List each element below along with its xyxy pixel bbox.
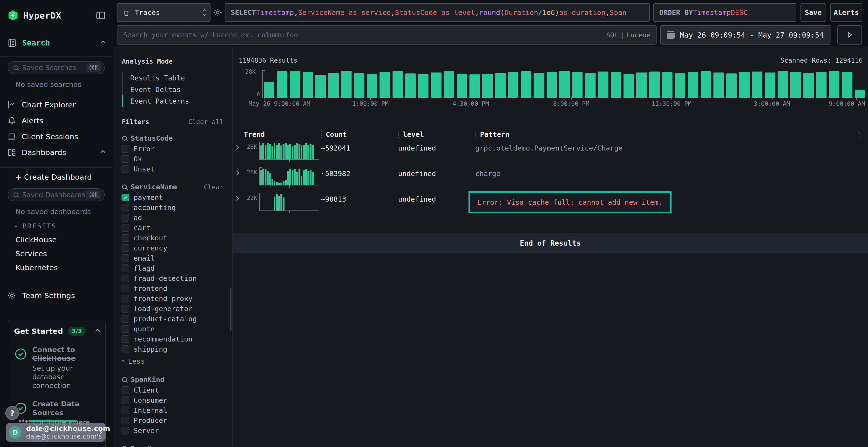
sidebar-item-search[interactable]: Search xyxy=(0,36,113,49)
filter-option-frontend[interactable]: frontend xyxy=(113,283,232,294)
clear-group-button[interactable]: Clear xyxy=(204,183,223,191)
expand-row-icon[interactable] xyxy=(235,193,244,201)
filter-option-Internal[interactable]: Internal xyxy=(113,405,232,415)
checkbox[interactable] xyxy=(122,155,129,163)
sql-select-input[interactable]: SELECT Timestamp, ServiceName as service… xyxy=(225,3,650,22)
checkbox[interactable] xyxy=(122,386,129,394)
checkbox[interactable] xyxy=(122,224,129,232)
column-drag-handle[interactable] xyxy=(475,131,476,138)
sql-orderby-input[interactable]: ORDER BY Timestamp DESC xyxy=(653,3,796,22)
checkbox[interactable] xyxy=(122,214,129,221)
checkbox[interactable]: ✓ xyxy=(122,194,129,201)
clear-all-button[interactable]: Clear all xyxy=(188,118,223,126)
filter-option-Error[interactable]: Error xyxy=(113,144,232,154)
checkbox[interactable] xyxy=(122,397,129,404)
sidebar-item-chart-explorer[interactable]: Chart Explorer xyxy=(0,97,113,113)
source-select[interactable]: Traces xyxy=(117,3,211,22)
checkbox[interactable] xyxy=(122,275,129,282)
checkbox[interactable] xyxy=(122,204,129,211)
search-icon[interactable] xyxy=(122,184,127,189)
checkbox[interactable] xyxy=(122,325,129,333)
sidebar-item-alerts[interactable]: Alerts xyxy=(0,113,113,129)
filter-option-quote[interactable]: quote xyxy=(113,324,232,334)
filter-option-ad[interactable]: ad xyxy=(113,213,232,223)
show-less-button[interactable]: Less xyxy=(113,356,232,367)
filter-option-frontend-proxy[interactable]: frontend-proxy xyxy=(113,294,232,304)
sql-toggle[interactable]: SQL xyxy=(606,31,618,39)
checkbox[interactable] xyxy=(122,165,129,173)
checkbox[interactable] xyxy=(122,315,129,323)
checkbox[interactable] xyxy=(122,285,129,293)
expand-row-icon[interactable] xyxy=(235,142,244,150)
checkbox[interactable] xyxy=(122,305,129,313)
search-input[interactable]: Search your events w/ Lucene ex. column:… xyxy=(117,25,656,44)
column-header-level[interactable]: level xyxy=(398,130,475,138)
filter-option-Producer[interactable]: Producer xyxy=(113,415,232,425)
alerts-button[interactable]: Alerts xyxy=(830,3,862,22)
preset-item-kubernetes[interactable]: Kubernetes xyxy=(0,261,113,275)
checkbox[interactable] xyxy=(122,427,129,435)
filter-option-recommendation[interactable]: recommendation xyxy=(113,334,232,344)
filter-option-email[interactable]: email xyxy=(113,253,232,263)
chevron-up-icon[interactable] xyxy=(100,150,105,155)
run-query-button[interactable] xyxy=(837,25,862,44)
column-drag-handle[interactable] xyxy=(398,131,399,138)
pattern-row[interactable]: 28K~592041undefinedgrpc.oteldemo.Payment… xyxy=(233,142,868,166)
filter-option-flagd[interactable]: flagd xyxy=(113,263,232,273)
checkbox[interactable] xyxy=(122,234,129,242)
filter-option-payment[interactable]: ✓payment xyxy=(113,193,232,203)
filter-option-Ok[interactable]: Ok xyxy=(113,154,232,164)
date-range-picker[interactable]: May 26 09:09:54 - May 27 09:09:54 xyxy=(660,25,831,44)
scrollbar-thumb[interactable] xyxy=(230,288,231,331)
preset-item-clickhouse[interactable]: ClickHouse xyxy=(0,233,113,247)
user-menu[interactable]: D dale@clickhouse.com dale@clickhouse.co… xyxy=(6,423,105,442)
column-header-pattern[interactable]: Pattern xyxy=(475,130,856,138)
table-options-icon[interactable]: ⋮ xyxy=(856,130,863,139)
filter-option-fraud-detection[interactable]: fraud-detection xyxy=(113,273,232,283)
sidebar-item-team-settings[interactable]: Team Settings xyxy=(0,288,113,303)
filter-option-product-catalog[interactable]: product-catalog xyxy=(113,314,232,324)
chevron-up-icon[interactable] xyxy=(100,40,105,45)
checkbox[interactable] xyxy=(122,407,129,414)
preset-item-services[interactable]: Services xyxy=(0,247,113,261)
filter-option-Server[interactable]: Server xyxy=(113,425,232,436)
analysis-mode-event-deltas[interactable]: Event Deltas xyxy=(123,84,232,95)
search-icon[interactable] xyxy=(122,377,127,382)
filter-option-Consumer[interactable]: Consumer xyxy=(113,395,232,405)
column-drag-handle[interactable] xyxy=(321,131,322,138)
expand-row-icon[interactable] xyxy=(235,168,244,176)
checkbox[interactable] xyxy=(122,345,129,353)
filter-option-checkout[interactable]: checkout xyxy=(113,233,232,243)
filter-option-accounting[interactable]: accounting xyxy=(113,203,232,213)
filter-option-shipping[interactable]: shipping xyxy=(113,344,232,354)
checkbox[interactable] xyxy=(122,335,129,343)
results-histogram[interactable]: 28K 0 May 26 9:00:00 AM1:00:00 PM4:30:00… xyxy=(233,69,868,107)
checkbox[interactable] xyxy=(122,145,129,153)
checkbox[interactable] xyxy=(122,417,129,424)
filter-option-Unset[interactable]: Unset xyxy=(113,164,232,174)
checkbox[interactable] xyxy=(122,254,129,262)
sidebar-item-dashboards[interactable]: Dashboards xyxy=(0,144,113,161)
chevron-up-icon[interactable] xyxy=(95,329,100,334)
saved-dashboards-input[interactable]: Saved Dashboards ⌘K xyxy=(8,188,105,201)
help-button[interactable]: ? xyxy=(5,406,19,420)
filter-option-cart[interactable]: cart xyxy=(113,223,232,233)
search-icon[interactable] xyxy=(122,446,127,447)
collapse-sidebar-icon[interactable] xyxy=(95,10,106,21)
column-header-count[interactable]: Count xyxy=(321,130,398,138)
presets-toggle[interactable]: PRESETS xyxy=(0,219,113,233)
saved-searches-input[interactable]: Saved Searches ⌘K xyxy=(8,61,105,74)
sidebar-item-client-sessions[interactable]: Client Sessions xyxy=(0,129,113,144)
checkbox[interactable] xyxy=(122,244,129,252)
pattern-row[interactable]: 22K~98813undefinedError: Visa cache full… xyxy=(233,193,868,217)
source-settings-gear-icon[interactable] xyxy=(211,3,225,22)
column-header-trend[interactable]: Trend xyxy=(244,130,321,138)
analysis-mode-results-table[interactable]: Results Table xyxy=(123,72,232,84)
highlighted-pattern[interactable]: Error: Visa cache full: cannot add new i… xyxy=(468,191,672,213)
checkbox[interactable] xyxy=(122,265,129,272)
filter-option-load-generator[interactable]: load-generator xyxy=(113,304,232,314)
pattern-row[interactable]: 28K~503982undefinedcharge xyxy=(233,168,868,192)
search-icon[interactable] xyxy=(122,136,127,141)
checkbox[interactable] xyxy=(122,295,129,303)
save-button[interactable]: Save xyxy=(801,3,826,22)
